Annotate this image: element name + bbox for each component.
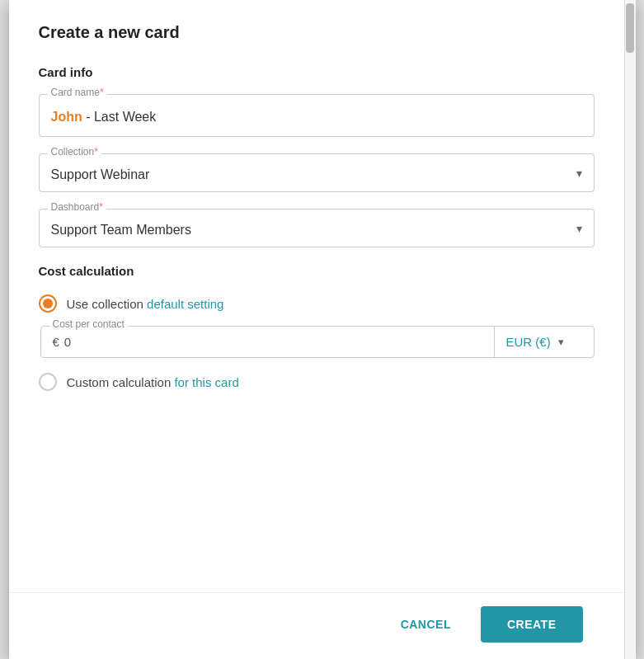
modal-content: Create a new card Card info Card name* J… xyxy=(9,0,624,592)
collection-select-wrapper: Support Webinar Marketing Sales ▾ xyxy=(51,162,582,183)
radio-label-custom: Custom calculation for this card xyxy=(67,375,239,389)
card-name-label: Card name* xyxy=(48,87,107,98)
dashboard-select[interactable]: Support Team Members Dashboard A Dashboa… xyxy=(51,218,582,238)
cost-per-contact-label: Cost per contact xyxy=(49,318,128,330)
cancel-button[interactable]: CANCEL xyxy=(381,606,471,643)
currency-chevron-icon: ▾ xyxy=(558,336,564,348)
modal-container: Create a new card Card info Card name* J… xyxy=(9,0,636,659)
card-name-value[interactable]: John - Last Week xyxy=(51,103,582,128)
dashboard-select-wrapper: Support Team Members Dashboard A Dashboa… xyxy=(51,218,582,238)
card-name-field-group: Card name* John - Last Week xyxy=(39,94,595,137)
euro-sign: € xyxy=(53,335,59,349)
radio-inner-default xyxy=(43,299,53,308)
cost-section-title: Cost calculation xyxy=(39,264,595,278)
cost-calculation-section: Cost calculation Use collection default … xyxy=(39,264,595,391)
cost-input-group: Cost per contact € EUR (€) USD ($) GBP (… xyxy=(40,326,595,358)
currency-select-wrapper: EUR (€) USD ($) GBP (£) ▾ xyxy=(495,327,594,357)
radio-label-default: Use collection default setting xyxy=(67,297,224,311)
collection-wrapper: Collection* Support Webinar Marketing Sa… xyxy=(39,153,595,192)
card-name-highlight: John xyxy=(51,110,82,124)
cost-value-input[interactable] xyxy=(64,335,114,349)
dashboard-label: Dashboard* xyxy=(48,201,106,213)
cost-left: € xyxy=(41,327,495,357)
currency-select[interactable]: EUR (€) USD ($) GBP (£) xyxy=(506,335,552,349)
radio-option-custom[interactable]: Custom calculation for this card xyxy=(39,373,595,391)
modal-title: Create a new card xyxy=(39,23,595,42)
card-name-suffix: - Last Week xyxy=(82,110,157,124)
dashboard-wrapper: Dashboard* Support Team Members Dashboar… xyxy=(39,209,595,247)
cost-per-contact-wrapper: Cost per contact € EUR (€) USD ($) GBP (… xyxy=(40,326,595,358)
collection-label: Collection* xyxy=(48,146,101,158)
radio-btn-default[interactable] xyxy=(39,294,57,313)
scrollbar-thumb xyxy=(626,3,634,53)
modal-footer: CANCEL CREATE xyxy=(9,592,624,659)
card-name-wrapper: Card name* John - Last Week xyxy=(39,94,595,137)
radio-btn-custom[interactable] xyxy=(39,373,57,391)
scrollbar[interactable] xyxy=(624,0,636,659)
collection-field-group: Collection* Support Webinar Marketing Sa… xyxy=(39,153,595,192)
card-info-section-title: Card info xyxy=(39,65,595,79)
create-button[interactable]: CREATE xyxy=(481,606,583,643)
radio-option-default[interactable]: Use collection default setting xyxy=(39,294,595,313)
dashboard-field-group: Dashboard* Support Team Members Dashboar… xyxy=(39,209,595,247)
card-info-section: Card info Card name* John - Last Week Co… xyxy=(39,65,595,247)
collection-select[interactable]: Support Webinar Marketing Sales xyxy=(51,162,582,183)
